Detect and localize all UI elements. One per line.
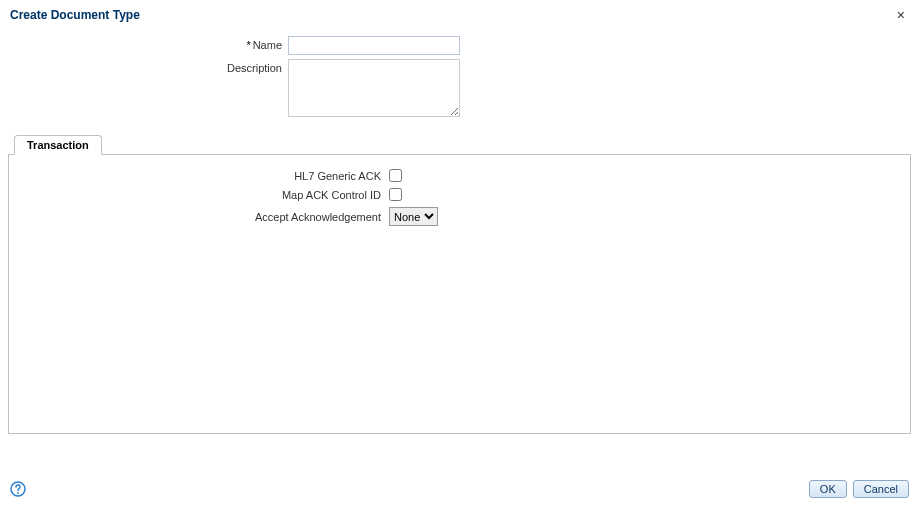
description-row: Description [8,59,911,117]
dialog-header: Create Document Type × [8,8,911,28]
map-ack-control-id-row: Map ACK Control ID [17,188,902,201]
hl7-generic-ack-row: HL7 Generic ACK [17,169,902,182]
transaction-panel: HL7 Generic ACK Map ACK Control ID Accep… [8,154,911,434]
map-ack-control-id-label: Map ACK Control ID [17,189,389,201]
close-icon[interactable]: × [893,8,909,22]
svg-point-1 [17,492,19,494]
description-label: Description [8,59,288,74]
tab-row: Transaction [8,135,911,154]
dialog-footer: OK Cancel [8,476,911,498]
dialog-title: Create Document Type [10,8,140,22]
hl7-generic-ack-checkbox[interactable] [389,169,402,182]
accept-ack-select[interactable]: None [389,207,438,226]
cancel-button[interactable]: Cancel [853,480,909,498]
footer-buttons: OK Cancel [809,480,909,498]
hl7-generic-ack-label: HL7 Generic ACK [17,170,389,182]
name-row: *Name [8,36,911,55]
tab-container: Transaction HL7 Generic ACK Map ACK Cont… [8,135,911,434]
tab-transaction[interactable]: Transaction [14,135,102,155]
ok-button[interactable]: OK [809,480,847,498]
description-input[interactable] [288,59,460,117]
accept-ack-label: Accept Acknowledgement [17,211,389,223]
map-ack-control-id-checkbox[interactable] [389,188,402,201]
create-document-type-dialog: Create Document Type × *Name Description… [0,0,919,506]
name-input[interactable] [288,36,460,55]
required-indicator: * [246,39,250,51]
name-label-text: Name [253,39,282,51]
help-icon[interactable] [10,481,26,497]
name-label: *Name [8,36,288,51]
form-area: *Name Description [8,28,911,131]
accept-ack-row: Accept Acknowledgement None [17,207,902,226]
